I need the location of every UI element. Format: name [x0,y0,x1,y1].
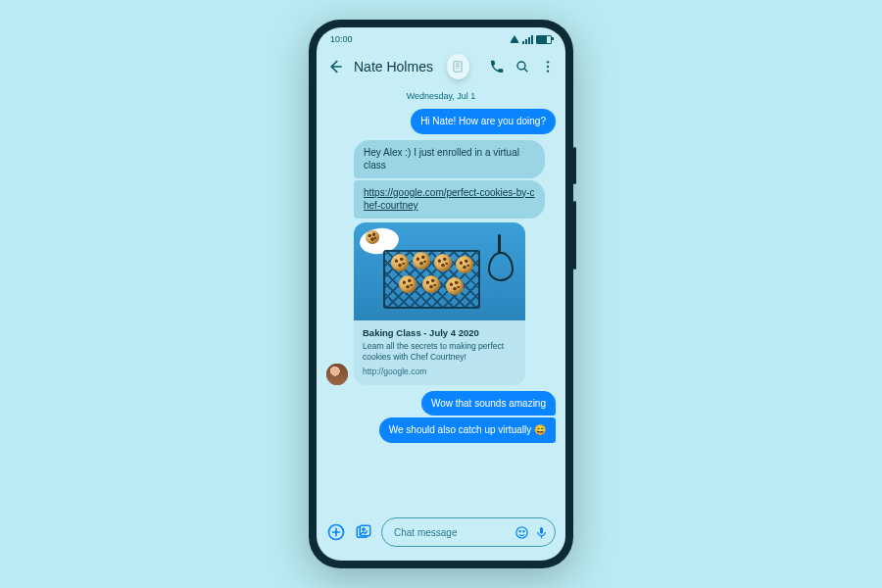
message-input[interactable]: Chat message [381,517,556,547]
wifi-icon [510,35,519,43]
phone-frame: 10:00 Nate Holmes [309,20,573,568]
message-row-out: Wow that sounds amazing [326,391,556,416]
link-preview-card[interactable]: Baking Class - July 4 2020 Learn all the… [354,222,525,385]
svg-point-2 [547,61,549,63]
gallery-icon[interactable] [354,522,373,542]
phone-icon[interactable] [489,58,505,75]
message-input-placeholder: Chat message [394,527,510,538]
composer-bar: Chat message [317,510,565,561]
screen: 10:00 Nate Holmes [317,27,565,561]
svg-point-10 [519,530,520,531]
conversation-scroll[interactable]: Wednesday, Jul 1 Hi Nate! How are you do… [317,87,565,510]
search-icon[interactable] [514,58,530,75]
message-row-in: Hey Alex :) I just enrolled in a virtual… [326,140,556,178]
chat-header: Nate Holmes [317,48,565,87]
signal-icon [522,35,533,44]
link-preview-image [354,222,525,320]
svg-rect-12 [539,526,542,533]
more-vert-icon[interactable] [540,58,556,75]
whisk-icon [484,234,515,279]
svg-point-8 [363,528,365,530]
link-preview-body: Baking Class - July 4 2020 Learn all the… [354,320,525,385]
message-row-in: https://google.com/perfect-cookies-by-ch… [326,180,556,219]
sender-avatar[interactable] [326,364,348,385]
date-divider: Wednesday, Jul 1 [326,91,556,101]
message-bubble-outgoing[interactable]: Wow that sounds amazing [421,391,556,416]
message-row-in: Baking Class - July 4 2020 Learn all the… [326,220,556,385]
message-row-out: We should also catch up virtually 😄 [326,417,556,443]
contact-name[interactable]: Nate Holmes [354,59,433,74]
power-button [573,147,576,184]
svg-point-3 [547,66,549,68]
svg-point-11 [522,530,523,531]
stage: 10:00 Nate Holmes [0,0,882,588]
status-indicators [510,35,552,44]
svg-point-1 [517,62,525,70]
volume-button [573,201,576,270]
message-bubble-incoming[interactable]: Hey Alex :) I just enrolled in a virtual… [354,140,545,178]
message-bubble-link[interactable]: https://google.com/perfect-cookies-by-ch… [354,180,545,219]
contact-avatar-badge[interactable] [447,54,469,79]
message-bubble-outgoing[interactable]: Hi Nate! How are you doing? [411,109,556,134]
link-preview-title: Baking Class - July 4 2020 [363,327,516,338]
emoji-icon[interactable] [514,524,529,540]
plus-circle-icon[interactable] [326,522,346,542]
back-arrow-icon[interactable] [326,58,344,75]
status-bar: 10:00 [317,27,565,48]
message-link[interactable]: https://google.com/perfect-cookies-by-ch… [364,187,535,212]
battery-icon [536,35,552,44]
message-row-out: Hi Nate! How are you doing? [326,109,556,134]
svg-point-4 [547,70,549,72]
mic-icon[interactable] [533,524,549,540]
link-preview-description: Learn all the secrets to making perfect … [363,341,516,363]
svg-point-9 [515,526,526,537]
link-preview-url: http://google.com [363,367,516,376]
status-time: 10:00 [330,34,353,44]
message-bubble-outgoing[interactable]: We should also catch up virtually 😄 [379,417,556,443]
